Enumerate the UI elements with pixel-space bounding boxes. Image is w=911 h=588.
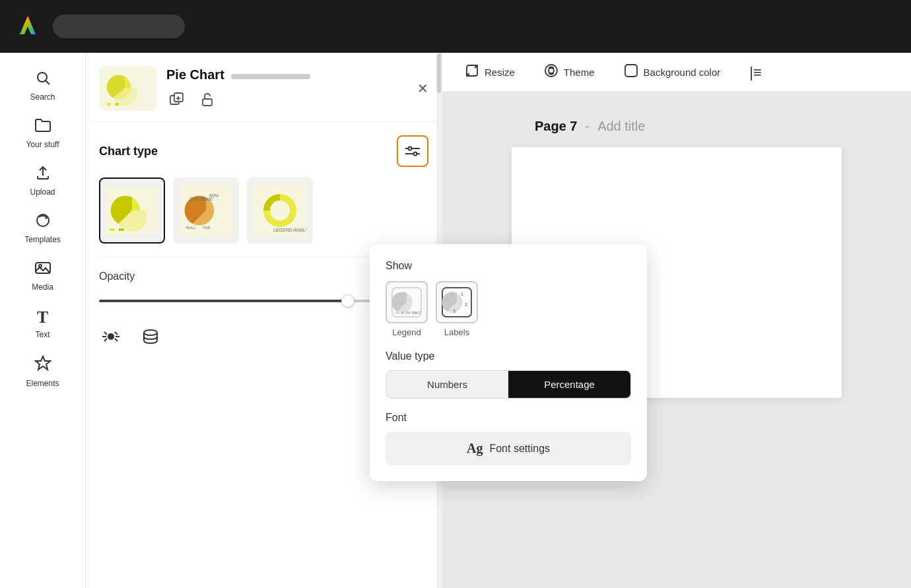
filter-settings-button[interactable] bbox=[397, 135, 428, 167]
labels-label: Labels bbox=[444, 327, 469, 337]
resize-button[interactable]: Resize bbox=[458, 59, 522, 85]
theme-icon bbox=[544, 63, 558, 81]
numbers-button[interactable]: Numbers bbox=[386, 371, 508, 398]
unlock-icon[interactable] bbox=[197, 89, 218, 110]
sidebar: Search Your stuff Upload bbox=[0, 53, 86, 588]
popup-show-label: Show bbox=[386, 260, 631, 272]
svg-rect-45 bbox=[395, 311, 400, 314]
media-icon bbox=[34, 260, 51, 280]
svg-text:60%: 60% bbox=[209, 193, 219, 198]
value-type-row: Numbers Percentage bbox=[386, 370, 631, 399]
show-option-labels[interactable]: 1 2 3 Labels bbox=[436, 281, 478, 337]
sidebar-item-label-upload: Upload bbox=[30, 187, 55, 197]
font-ag-label: Ag bbox=[467, 441, 483, 456]
sidebar-item-templates[interactable]: Templates bbox=[10, 206, 76, 251]
app-logo bbox=[13, 11, 42, 42]
sidebar-item-your-stuff[interactable]: Your stuff bbox=[10, 111, 76, 156]
popup-show-row: A B C Legend bbox=[386, 281, 631, 337]
theme-label: Theme bbox=[564, 67, 595, 78]
legend-label: Legend bbox=[392, 327, 421, 337]
popup-panel: Show A B C bbox=[370, 244, 647, 481]
sidebar-item-media[interactable]: Media bbox=[10, 253, 76, 298]
duplicate-icon[interactable] bbox=[166, 89, 187, 110]
panel-title: Pie Chart bbox=[166, 67, 224, 82]
page-number: Page 7 bbox=[535, 119, 577, 134]
chart-type-item-1[interactable] bbox=[99, 178, 165, 244]
sidebar-item-search[interactable]: Search bbox=[10, 63, 76, 108]
animation-icon[interactable] bbox=[99, 325, 123, 348]
more-options-button[interactable]: |≡ bbox=[743, 60, 768, 85]
opacity-slider[interactable] bbox=[99, 300, 394, 302]
popup-font-label: Font bbox=[386, 412, 631, 424]
resize-icon bbox=[465, 63, 479, 81]
svg-rect-10 bbox=[123, 103, 127, 106]
svg-point-1 bbox=[38, 73, 47, 82]
resize-label: Resize bbox=[485, 67, 515, 78]
percentage-button[interactable]: Percentage bbox=[508, 371, 630, 398]
svg-rect-49 bbox=[415, 311, 417, 314]
data-icon[interactable] bbox=[139, 325, 162, 348]
svg-point-18 bbox=[409, 147, 412, 150]
folder-icon bbox=[34, 117, 51, 137]
svg-rect-23 bbox=[128, 228, 133, 231]
svg-text:2: 2 bbox=[465, 302, 467, 307]
sidebar-item-label-media: Media bbox=[32, 282, 53, 292]
svg-text:BULL: BULL bbox=[186, 226, 197, 230]
svg-line-38 bbox=[115, 332, 118, 335]
canvas-toolbar: Resize Theme bbox=[442, 53, 911, 92]
svg-text:C: C bbox=[418, 311, 421, 315]
svg-line-35 bbox=[104, 332, 107, 335]
upload-icon bbox=[35, 165, 51, 185]
close-button[interactable]: ✕ bbox=[417, 81, 428, 96]
show-option-legend[interactable]: A B C Legend bbox=[386, 281, 428, 337]
svg-text:1: 1 bbox=[461, 292, 463, 296]
svg-text:LEGEND ANALYTICS: LEGEND ANALYTICS bbox=[273, 228, 306, 232]
font-settings-button[interactable]: Ag Font settings bbox=[386, 432, 631, 465]
panel-icons bbox=[166, 89, 408, 110]
panel-title-area: Pie Chart bbox=[166, 67, 408, 110]
chart-type-label: Chart type bbox=[99, 145, 158, 158]
page-add-title[interactable]: Add title bbox=[597, 119, 645, 134]
svg-point-30 bbox=[270, 201, 290, 220]
popup-value-type-label: Value type bbox=[386, 350, 631, 362]
svg-text:B: B bbox=[412, 311, 415, 315]
chart-type-section: Chart type bbox=[86, 122, 442, 257]
chart-type-item-2[interactable]: 25% Share 60% BULL TAB bbox=[173, 178, 239, 244]
svg-rect-21 bbox=[110, 228, 115, 231]
section-header: Chart type bbox=[99, 135, 428, 167]
legend-option-box[interactable]: A B C bbox=[386, 281, 428, 323]
theme-button[interactable]: Theme bbox=[537, 59, 601, 85]
panel-title-bar bbox=[231, 74, 310, 79]
page-title-row: Page 7 - Add title bbox=[535, 119, 645, 134]
svg-rect-22 bbox=[119, 228, 124, 231]
svg-point-32 bbox=[108, 334, 114, 339]
svg-point-39 bbox=[144, 330, 157, 335]
sidebar-item-label-text: Text bbox=[35, 330, 50, 339]
chart-type-item-3[interactable]: LEGEND ANALYTICS bbox=[247, 178, 313, 244]
panel-header: Pie Chart bbox=[86, 53, 442, 122]
background-color-button[interactable]: Background color bbox=[617, 59, 727, 85]
labels-option-box[interactable]: 1 2 3 bbox=[436, 281, 478, 323]
sidebar-item-label-search: Search bbox=[30, 92, 55, 102]
sidebar-item-label-elements: Elements bbox=[26, 379, 59, 388]
topbar bbox=[0, 0, 911, 53]
sidebar-item-label-your-stuff: Your stuff bbox=[26, 140, 59, 149]
elements-icon bbox=[34, 355, 51, 376]
svg-rect-43 bbox=[625, 65, 637, 77]
text-icon: T bbox=[37, 308, 48, 327]
sidebar-item-text[interactable]: T Text bbox=[10, 301, 76, 346]
templates-icon bbox=[34, 212, 51, 232]
svg-text:3: 3 bbox=[453, 309, 456, 313]
topbar-search-pill[interactable] bbox=[53, 15, 185, 38]
svg-rect-47 bbox=[405, 311, 411, 314]
sidebar-item-elements[interactable]: Elements bbox=[10, 348, 76, 395]
scrollbar-thumb bbox=[437, 53, 441, 93]
svg-rect-15 bbox=[203, 99, 212, 106]
chart-types-list: 25% Share 60% BULL TAB LEGEND ANALYTIC bbox=[99, 178, 428, 244]
svg-rect-8 bbox=[107, 103, 111, 106]
sidebar-item-upload[interactable]: Upload bbox=[10, 158, 76, 203]
font-settings-label: Font settings bbox=[489, 443, 550, 455]
svg-point-42 bbox=[549, 68, 554, 73]
svg-point-4 bbox=[45, 216, 48, 219]
svg-rect-9 bbox=[115, 103, 119, 106]
